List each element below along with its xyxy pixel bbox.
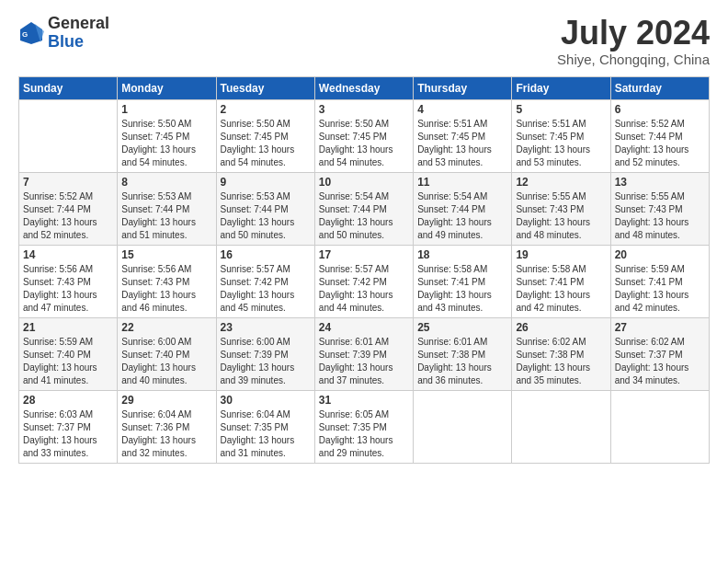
day-info: Sunrise: 5:55 AMSunset: 7:43 PMDaylight:… (516, 190, 606, 242)
day-number: 1 (121, 103, 211, 116)
calendar-cell: 5Sunrise: 5:51 AMSunset: 7:45 PMDaylight… (512, 99, 610, 172)
day-number: 12 (516, 176, 606, 189)
calendar-cell: 27Sunrise: 6:02 AMSunset: 7:37 PMDayligh… (610, 317, 709, 390)
calendar-cell: 24Sunrise: 6:01 AMSunset: 7:39 PMDayligh… (314, 317, 413, 390)
calendar-cell (414, 390, 512, 463)
calendar-cell: 11Sunrise: 5:54 AMSunset: 7:44 PMDayligh… (414, 172, 512, 245)
day-info: Sunrise: 6:01 AMSunset: 7:38 PMDaylight:… (417, 336, 507, 387)
calendar-header-row: Sunday Monday Tuesday Wednesday Thursday… (19, 76, 710, 99)
day-info: Sunrise: 6:04 AMSunset: 7:35 PMDaylight:… (221, 408, 311, 460)
col-saturday: Saturday (610, 76, 709, 99)
calendar-week-2: 7Sunrise: 5:52 AMSunset: 7:44 PMDaylight… (19, 172, 710, 245)
day-info: Sunrise: 5:58 AMSunset: 7:41 PMDaylight:… (516, 263, 606, 315)
calendar-cell: 7Sunrise: 5:52 AMSunset: 7:44 PMDaylight… (19, 172, 118, 245)
calendar-cell: 26Sunrise: 6:02 AMSunset: 7:38 PMDayligh… (512, 317, 610, 390)
calendar-cell: 6Sunrise: 5:52 AMSunset: 7:44 PMDaylight… (610, 99, 709, 172)
calendar-cell (512, 390, 610, 463)
calendar-cell: 15Sunrise: 5:56 AMSunset: 7:43 PMDayligh… (118, 245, 216, 317)
title-month: July 2024 (557, 15, 710, 52)
calendar-cell: 25Sunrise: 6:01 AMSunset: 7:38 PMDayligh… (414, 317, 512, 390)
calendar-cell: 21Sunrise: 5:59 AMSunset: 7:40 PMDayligh… (19, 317, 118, 390)
day-info: Sunrise: 5:50 AMSunset: 7:45 PMDaylight:… (319, 118, 409, 169)
calendar-table: Sunday Monday Tuesday Wednesday Thursday… (18, 76, 710, 464)
day-info: Sunrise: 6:00 AMSunset: 7:40 PMDaylight:… (121, 336, 211, 387)
calendar-cell: 23Sunrise: 6:00 AMSunset: 7:39 PMDayligh… (216, 317, 314, 390)
calendar-cell: 31Sunrise: 6:05 AMSunset: 7:35 PMDayligh… (314, 390, 413, 463)
day-number: 24 (319, 321, 409, 334)
calendar-week-1: 1Sunrise: 5:50 AMSunset: 7:45 PMDaylight… (19, 99, 710, 172)
logo-text: General Blue (48, 15, 109, 52)
day-number: 3 (319, 103, 409, 116)
day-number: 31 (319, 394, 409, 407)
calendar-cell: 1Sunrise: 5:50 AMSunset: 7:45 PMDaylight… (118, 99, 216, 172)
day-info: Sunrise: 5:51 AMSunset: 7:45 PMDaylight:… (516, 118, 606, 169)
day-info: Sunrise: 5:53 AMSunset: 7:44 PMDaylight:… (221, 190, 311, 242)
col-tuesday: Tuesday (216, 76, 314, 99)
calendar-cell: 30Sunrise: 6:04 AMSunset: 7:35 PMDayligh… (216, 390, 314, 463)
calendar-cell: 18Sunrise: 5:58 AMSunset: 7:41 PMDayligh… (414, 245, 512, 317)
day-number: 8 (121, 176, 211, 189)
calendar-cell: 10Sunrise: 5:54 AMSunset: 7:44 PMDayligh… (314, 172, 413, 245)
logo-icon: G (18, 20, 44, 46)
calendar-cell: 3Sunrise: 5:50 AMSunset: 7:45 PMDaylight… (314, 99, 413, 172)
calendar-cell: 12Sunrise: 5:55 AMSunset: 7:43 PMDayligh… (512, 172, 610, 245)
day-info: Sunrise: 5:50 AMSunset: 7:45 PMDaylight:… (221, 118, 311, 169)
col-friday: Friday (512, 76, 610, 99)
day-number: 28 (23, 394, 113, 407)
calendar-cell: 9Sunrise: 5:53 AMSunset: 7:44 PMDaylight… (216, 172, 314, 245)
day-info: Sunrise: 5:57 AMSunset: 7:42 PMDaylight:… (221, 263, 311, 315)
day-info: Sunrise: 6:05 AMSunset: 7:35 PMDaylight:… (319, 408, 409, 460)
calendar-week-3: 14Sunrise: 5:56 AMSunset: 7:43 PMDayligh… (19, 245, 710, 317)
day-info: Sunrise: 6:00 AMSunset: 7:39 PMDaylight:… (221, 336, 311, 387)
calendar-cell: 19Sunrise: 5:58 AMSunset: 7:41 PMDayligh… (512, 245, 610, 317)
day-number: 18 (417, 248, 507, 261)
day-info: Sunrise: 5:56 AMSunset: 7:43 PMDaylight:… (121, 263, 211, 315)
day-info: Sunrise: 5:57 AMSunset: 7:42 PMDaylight:… (319, 263, 409, 315)
logo-general: General (48, 15, 109, 33)
day-info: Sunrise: 6:04 AMSunset: 7:36 PMDaylight:… (121, 408, 211, 460)
calendar-cell (610, 390, 709, 463)
calendar-cell: 29Sunrise: 6:04 AMSunset: 7:36 PMDayligh… (118, 390, 216, 463)
header: G General Blue July 2024 Shiye, Chongqin… (18, 15, 710, 67)
col-wednesday: Wednesday (314, 76, 413, 99)
day-number: 29 (121, 394, 211, 407)
calendar-cell (19, 99, 118, 172)
day-number: 17 (319, 248, 409, 261)
day-info: Sunrise: 5:58 AMSunset: 7:41 PMDaylight:… (417, 263, 507, 315)
day-number: 25 (417, 321, 507, 334)
day-number: 13 (615, 176, 705, 189)
day-info: Sunrise: 5:56 AMSunset: 7:43 PMDaylight:… (23, 263, 113, 315)
day-number: 21 (23, 321, 113, 334)
svg-text:G: G (22, 30, 28, 39)
calendar-week-5: 28Sunrise: 6:03 AMSunset: 7:37 PMDayligh… (19, 390, 710, 463)
logo: G General Blue (18, 15, 109, 52)
calendar-body: 1Sunrise: 5:50 AMSunset: 7:45 PMDaylight… (19, 99, 710, 463)
col-sunday: Sunday (19, 76, 118, 99)
calendar-cell: 2Sunrise: 5:50 AMSunset: 7:45 PMDaylight… (216, 99, 314, 172)
day-info: Sunrise: 6:01 AMSunset: 7:39 PMDaylight:… (319, 336, 409, 387)
day-number: 4 (417, 103, 507, 116)
day-number: 22 (121, 321, 211, 334)
day-number: 16 (221, 248, 311, 261)
calendar-cell: 4Sunrise: 5:51 AMSunset: 7:45 PMDaylight… (414, 99, 512, 172)
calendar-cell: 16Sunrise: 5:57 AMSunset: 7:42 PMDayligh… (216, 245, 314, 317)
day-info: Sunrise: 6:02 AMSunset: 7:38 PMDaylight:… (516, 336, 606, 387)
calendar-week-4: 21Sunrise: 5:59 AMSunset: 7:40 PMDayligh… (19, 317, 710, 390)
day-number: 7 (23, 176, 113, 189)
day-info: Sunrise: 6:02 AMSunset: 7:37 PMDaylight:… (615, 336, 705, 387)
day-number: 5 (516, 103, 606, 116)
calendar-cell: 13Sunrise: 5:55 AMSunset: 7:43 PMDayligh… (610, 172, 709, 245)
day-info: Sunrise: 5:54 AMSunset: 7:44 PMDaylight:… (417, 190, 507, 242)
day-info: Sunrise: 5:53 AMSunset: 7:44 PMDaylight:… (121, 190, 211, 242)
day-info: Sunrise: 5:52 AMSunset: 7:44 PMDaylight:… (23, 190, 113, 242)
day-number: 30 (221, 394, 311, 407)
col-thursday: Thursday (414, 76, 512, 99)
day-info: Sunrise: 5:52 AMSunset: 7:44 PMDaylight:… (615, 118, 705, 169)
day-info: Sunrise: 5:59 AMSunset: 7:40 PMDaylight:… (23, 336, 113, 387)
logo-blue: Blue (48, 33, 109, 52)
day-number: 20 (615, 248, 705, 261)
day-number: 11 (417, 176, 507, 189)
day-number: 10 (319, 176, 409, 189)
calendar-cell: 20Sunrise: 5:59 AMSunset: 7:41 PMDayligh… (610, 245, 709, 317)
day-number: 9 (221, 176, 311, 189)
